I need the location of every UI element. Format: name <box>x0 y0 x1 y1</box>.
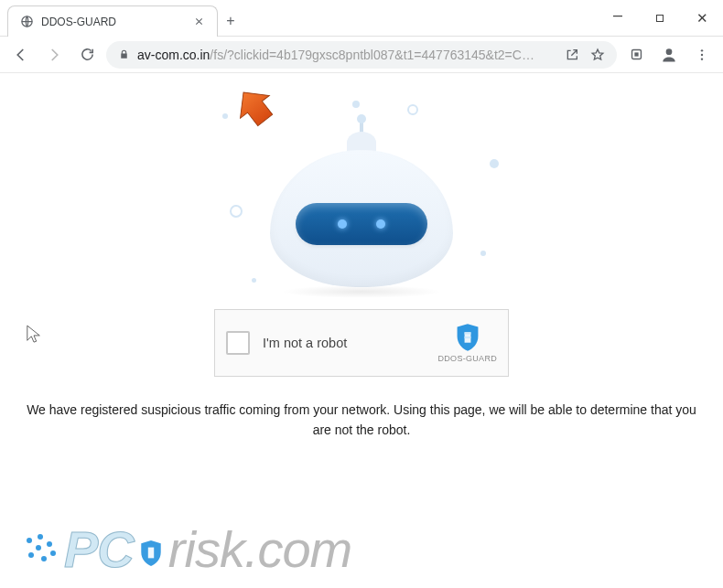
window-titlebar: DDOS-GUARD + – ✕ <box>0 0 723 37</box>
tab-title: DDOS-GUARD <box>41 16 184 28</box>
back-button[interactable] <box>7 41 35 69</box>
svg-rect-1 <box>657 16 664 22</box>
new-tab-button[interactable]: + <box>218 5 243 36</box>
svg-point-16 <box>50 551 56 556</box>
menu-button[interactable] <box>688 41 716 69</box>
extensions-button[interactable] <box>622 41 650 69</box>
window-close-button[interactable]: ✕ <box>681 0 723 37</box>
robot-illustration <box>215 95 508 296</box>
svg-point-5 <box>701 49 703 51</box>
svg-point-14 <box>28 552 34 558</box>
window-controls: – ✕ <box>597 0 723 37</box>
maximize-button[interactable] <box>639 0 681 37</box>
svg-point-17 <box>36 545 41 551</box>
reload-button[interactable] <box>73 41 101 69</box>
captcha-checkbox[interactable] <box>226 331 250 355</box>
page-content: I'm not a robot DDOS-GUARD We have regis… <box>0 73 723 588</box>
profile-button[interactable] <box>655 41 683 69</box>
forward-button[interactable] <box>40 41 68 69</box>
lock-icon <box>117 48 130 61</box>
tab-close-icon[interactable] <box>191 15 206 29</box>
watermark-pc: PC <box>64 519 134 579</box>
mouse-cursor-icon <box>26 324 42 346</box>
notice-text: We have registered suspicious traffic co… <box>0 401 723 440</box>
captcha-label: I'm not a robot <box>263 336 347 350</box>
share-icon[interactable] <box>564 47 580 63</box>
url-path: /fs/?clickid=4b179gxsc8pntbl087&t1=44776… <box>210 48 534 62</box>
url-host: av-com.co.in <box>137 48 210 62</box>
svg-rect-10 <box>464 337 470 338</box>
url-text: av-com.co.in/fs/?clickid=4b179gxsc8pntbl… <box>137 48 534 62</box>
svg-point-4 <box>666 48 673 55</box>
shield-icon <box>455 323 480 352</box>
svg-rect-3 <box>634 52 638 56</box>
browser-tab[interactable]: DDOS-GUARD <box>7 5 218 37</box>
watermark-risk: risk <box>168 519 244 579</box>
svg-point-11 <box>27 538 32 543</box>
watermark-text: PC risk .com <box>64 519 351 579</box>
watermark-com: .com <box>244 519 351 579</box>
svg-point-12 <box>38 534 43 540</box>
browser-toolbar: av-com.co.in/fs/?clickid=4b179gxsc8pntbl… <box>0 37 723 73</box>
address-bar[interactable]: av-com.co.in/fs/?clickid=4b179gxsc8pntbl… <box>106 41 617 69</box>
svg-point-7 <box>701 58 703 59</box>
captcha-brand: DDOS-GUARD <box>437 323 497 363</box>
svg-rect-9 <box>464 332 470 334</box>
svg-point-13 <box>47 541 52 547</box>
captcha-box: I'm not a robot DDOS-GUARD <box>214 309 509 377</box>
svg-point-15 <box>41 556 47 561</box>
watermark-dots-icon <box>22 531 59 568</box>
globe-icon <box>19 15 34 29</box>
watermark: PC risk .com <box>22 519 351 579</box>
plus-icon: + <box>226 13 234 29</box>
star-icon[interactable] <box>589 47 606 63</box>
watermark-shield-icon <box>137 538 165 569</box>
svg-rect-18 <box>148 548 154 559</box>
captcha-brand-label: DDOS-GUARD <box>437 354 497 363</box>
svg-point-6 <box>701 53 703 55</box>
minimize-button[interactable]: – <box>597 0 639 37</box>
